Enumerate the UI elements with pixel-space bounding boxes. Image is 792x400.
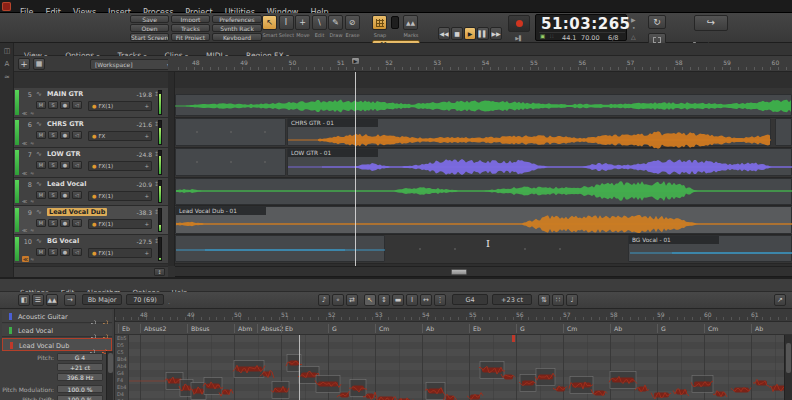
input-echo-button[interactable]: ◁ (72, 161, 82, 169)
chord-cm[interactable]: Cm (563, 324, 577, 333)
input-echo-button[interactable]: ◁ (72, 101, 82, 109)
inspector-scrollbar[interactable] (106, 351, 113, 400)
solo-button[interactable]: S (48, 101, 58, 109)
automation-module-icon[interactable]: ≈ (2, 73, 12, 81)
arm-button[interactable]: ● (60, 131, 70, 139)
arm-button[interactable]: ● (60, 248, 70, 256)
mute-button[interactable]: M (36, 131, 46, 139)
automation-icon[interactable]: ≈ (30, 256, 34, 262)
chord-cm[interactable]: Cm (704, 324, 718, 333)
ff-button[interactable]: ▶▶ (490, 27, 502, 40)
track-name[interactable]: MAIN GTR (47, 90, 83, 98)
chord-eb[interactable]: Eb (469, 324, 481, 333)
link-tool[interactable]: ⇄ (346, 294, 358, 306)
track-name[interactable]: CHRS GTR (47, 120, 84, 128)
snap-grid-button[interactable]: ∷ (552, 294, 564, 306)
pitch-modulation-field[interactable]: 100.0 % (57, 385, 103, 393)
input-monitor-icon[interactable]: ≪ (22, 140, 27, 146)
tempo-menu-icon[interactable]: . (168, 298, 170, 305)
stop-button[interactable]: ■ (451, 27, 463, 40)
clip-view-button[interactable]: ◧ (18, 294, 30, 306)
chord-eb[interactable]: Eb (118, 324, 130, 333)
input-monitor-icon[interactable]: ≪ (22, 170, 27, 176)
playhead-marker[interactable]: ▶ (351, 57, 360, 65)
record-button[interactable] (508, 15, 530, 32)
fx-power-icon[interactable]: ● (92, 163, 96, 169)
sample-rate[interactable]: 44.1 (562, 34, 576, 42)
tool-move[interactable]: + (295, 15, 310, 30)
tool-select[interactable]: I (279, 15, 294, 30)
separation-tool[interactable]: ⋮ (434, 294, 446, 306)
workspace-dropdown[interactable]: [Workspace] ▾ (90, 59, 174, 70)
cents-value-field[interactable]: +21 ct (57, 363, 103, 371)
button-keyboard[interactable]: Keyboard (212, 33, 262, 41)
chord-abm[interactable]: Abm (234, 324, 252, 333)
button-open[interactable]: Open (130, 24, 169, 32)
input-monitor-icon[interactable]: ≪ (22, 256, 29, 262)
note-pitch-field[interactable]: G4 (452, 294, 488, 305)
arm-button[interactable]: ● (60, 219, 70, 227)
input-monitor-icon[interactable]: ≪ (22, 110, 27, 116)
pause-button[interactable]: ▌▌ (477, 27, 489, 40)
track-row-10[interactable]: 10∿BG Vocal-27.5↕MS●◁●FX(1)+≪≈ (14, 235, 168, 264)
timing-tool[interactable]: ↔ (420, 294, 432, 306)
fx-add-icon[interactable]: + (144, 249, 149, 258)
mute-button[interactable]: M (36, 101, 46, 109)
note-assign-tool[interactable]: ♪ (318, 294, 330, 306)
button-preferences[interactable]: Preferences (212, 15, 262, 23)
formant-tool[interactable]: ▬ (392, 294, 404, 306)
chord-g[interactable]: G (657, 324, 666, 333)
arm-button[interactable]: ● (60, 161, 70, 169)
fx-bin[interactable]: ●FX(1)+ (88, 161, 152, 171)
input-echo-button[interactable]: ◁ (72, 131, 82, 139)
help-module-icon[interactable]: ◫ (2, 47, 12, 55)
snap-pitch-button[interactable]: ⇅ (538, 294, 550, 306)
input-monitor-icon[interactable]: ≪ (22, 227, 27, 233)
chord-absus2[interactable]: Absus2 (140, 324, 166, 333)
fx-add-icon[interactable]: + (144, 102, 149, 111)
cycle-marker[interactable] (512, 335, 515, 342)
button-fit-project[interactable]: Fit Project (171, 33, 210, 41)
fx-add-icon[interactable]: + (144, 220, 149, 229)
metronome-icon[interactable]: △ (631, 33, 636, 40)
panel-splitter[interactable] (168, 72, 175, 266)
mute-button[interactable]: M (36, 219, 46, 227)
chord-bbsus[interactable]: Bbsus (187, 324, 210, 333)
automation-icon[interactable]: ≈ (30, 227, 34, 233)
button-save[interactable]: Save (130, 15, 169, 23)
automation-icon[interactable]: ≈ (30, 110, 34, 116)
track-volume-db[interactable]: -24.8 (126, 151, 152, 158)
tempo-field[interactable]: 70 (69) (126, 294, 164, 305)
chord-g[interactable]: G (516, 324, 525, 333)
chord-absus2[interactable]: Absus2 (257, 324, 283, 333)
melodyne-playhead[interactable] (299, 335, 300, 400)
rewind-button[interactable]: ◀◀ (438, 27, 450, 40)
tempo-value[interactable]: 70.00 (581, 34, 600, 42)
track-name[interactable]: BG Vocal (47, 237, 79, 245)
timeline-ruler[interactable]: 48495051525354555657585960 (168, 56, 792, 72)
automation-icon[interactable]: ≈ (30, 140, 34, 146)
fx-add-icon[interactable]: + (144, 192, 149, 201)
pitch-drift-field[interactable]: 100.0 % (57, 395, 103, 400)
button-tracks[interactable]: Tracks (171, 24, 210, 32)
arm-button[interactable]: ● (60, 191, 70, 199)
chord-eb[interactable]: Eb (281, 324, 293, 333)
scale-button[interactable]: Bb Major (82, 294, 122, 305)
tool-edit[interactable]: ∖ (312, 15, 327, 30)
track-list-button[interactable]: ☰ (32, 294, 44, 306)
pitch-tool[interactable]: ↕ (378, 294, 390, 306)
chord-track[interactable]: EbAbsus2BbsusAbmAbsus2EbGCmAbEbGCmAbGCmA… (115, 322, 792, 335)
input-echo-button[interactable]: ◁ (72, 219, 82, 227)
track-name[interactable]: Lead Vocal Dub (47, 208, 107, 216)
tool-smart[interactable]: ↖ (262, 15, 277, 30)
track-volume-db[interactable]: -38.3 (126, 209, 152, 216)
input-monitor-icon[interactable]: ≪ (22, 198, 27, 204)
input-echo-button[interactable]: ◁ (72, 248, 82, 256)
compare-tool[interactable]: ∘ (332, 294, 344, 306)
melodyne-vscroll-thumb[interactable] (786, 343, 791, 373)
track-volume-db[interactable]: -19.8 (126, 91, 152, 98)
solo-button[interactable]: S (48, 161, 58, 169)
melodyne-ruler[interactable]: 4849505152535455565758596061 (115, 309, 792, 322)
chord-ab[interactable]: Ab (751, 324, 763, 333)
fx-bin[interactable]: ●FX(1)+ (88, 219, 152, 229)
